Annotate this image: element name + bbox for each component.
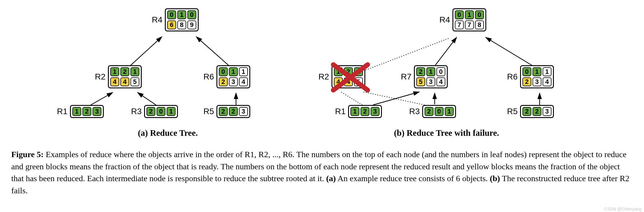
svg-line-0 bbox=[127, 37, 162, 68]
node-label: R6 bbox=[507, 72, 518, 82]
cell-row: 210 bbox=[416, 67, 445, 76]
cell: 2 bbox=[229, 107, 238, 116]
cell: 1 bbox=[445, 107, 454, 116]
cell: 1 bbox=[130, 67, 139, 76]
tree-b: R4 010778 R2 121445 R7 210534 R6 bbox=[304, 4, 589, 123]
node-label: R3 bbox=[409, 107, 420, 116]
cell: 0 bbox=[167, 10, 176, 19]
cell: 2 bbox=[146, 107, 155, 116]
node-R7: R7 210534 bbox=[401, 65, 448, 88]
subcaption-a: (a) Reduce Tree. bbox=[138, 128, 198, 138]
cell-row: 201 bbox=[146, 107, 176, 116]
cell: 2 bbox=[361, 107, 369, 116]
node-R6: R6 011234 bbox=[203, 65, 250, 88]
node-label: R1 bbox=[335, 107, 346, 116]
cell-row: 534 bbox=[416, 77, 445, 86]
svg-line-2 bbox=[91, 93, 113, 105]
svg-line-1 bbox=[196, 37, 232, 68]
cell-row: 445 bbox=[110, 77, 139, 86]
cell-row: 121 bbox=[334, 67, 363, 76]
cell: 1 bbox=[465, 10, 474, 19]
caption-lead: Figure 5: bbox=[11, 150, 44, 159]
node-box: 123 bbox=[348, 105, 382, 118]
cell: 0 bbox=[435, 107, 444, 116]
node-R2: R2 121445 bbox=[318, 65, 365, 88]
cell: 0 bbox=[157, 107, 165, 116]
node-label: R7 bbox=[401, 72, 412, 82]
figure-a: R4 010689 R2 121445 R6 011234 R1 123 R3 bbox=[55, 4, 280, 138]
node-R5: R5 223 bbox=[203, 105, 250, 118]
node-label: R4 bbox=[152, 15, 162, 25]
node-box: 121445 bbox=[108, 65, 142, 88]
cell: 1 bbox=[177, 10, 186, 19]
cell-row: 689 bbox=[167, 20, 196, 29]
svg-line-3 bbox=[138, 93, 156, 105]
cell: 3 bbox=[239, 107, 248, 116]
node-R2: R2 121445 bbox=[95, 65, 142, 88]
cell: 5 bbox=[130, 77, 139, 86]
cell: 1 bbox=[334, 67, 343, 76]
node-R3: R3 201 bbox=[131, 105, 178, 118]
cell: 1 bbox=[239, 67, 248, 76]
cell: 1 bbox=[72, 107, 81, 116]
cell: 4 bbox=[344, 77, 353, 86]
cell: 2 bbox=[533, 107, 541, 116]
cell-row: 201 bbox=[425, 107, 454, 116]
cell-row: 445 bbox=[334, 77, 363, 86]
watermark: CSDN @Chemyang bbox=[605, 207, 642, 211]
cell: 0 bbox=[522, 67, 531, 76]
cell-row: 011 bbox=[219, 67, 248, 76]
node-R6: R6 011234 bbox=[507, 65, 554, 88]
cell: 8 bbox=[475, 20, 484, 29]
node-box: 201 bbox=[422, 105, 456, 118]
node-R4: R4 010689 bbox=[152, 8, 199, 31]
cell-row: 123 bbox=[72, 107, 101, 116]
figure-b: R4 010778 R2 121445 R7 210534 R6 bbox=[304, 4, 589, 138]
cell: 0 bbox=[219, 67, 228, 76]
cell: 0 bbox=[455, 10, 464, 19]
cell: 2 bbox=[522, 77, 531, 86]
node-label: R3 bbox=[131, 107, 142, 116]
cell: 8 bbox=[177, 20, 186, 29]
cell: 2 bbox=[82, 107, 91, 116]
node-box: 210534 bbox=[414, 65, 448, 88]
caption-a-body: An example reduce tree consists of 6 obj… bbox=[336, 174, 490, 183]
node-R3: R3 201 bbox=[409, 105, 456, 118]
cell: 0 bbox=[436, 67, 445, 76]
cell: 3 bbox=[93, 107, 101, 116]
node-label: R2 bbox=[95, 72, 106, 82]
cell: 6 bbox=[167, 20, 176, 29]
cell: 4 bbox=[120, 77, 129, 86]
cell: 5 bbox=[416, 77, 425, 86]
subcaption-b: (b) Reduce Tree with failure. bbox=[394, 128, 499, 138]
cell: 9 bbox=[187, 20, 196, 29]
node-box: 010778 bbox=[452, 8, 486, 31]
caption-b-lead: (b) bbox=[490, 174, 500, 183]
cell-row: 234 bbox=[219, 77, 248, 86]
cell: 3 bbox=[426, 77, 435, 86]
node-R5: R5 223 bbox=[507, 105, 554, 118]
cell: 1 bbox=[229, 67, 238, 76]
cell: 5 bbox=[354, 77, 363, 86]
cell: 2 bbox=[522, 107, 531, 116]
cell: 4 bbox=[543, 77, 551, 86]
cell-row: 223 bbox=[522, 107, 551, 116]
cell-row: 123 bbox=[350, 107, 380, 116]
cell: 1 bbox=[110, 67, 119, 76]
figure-caption: Figure 5: Examples of reduce where the o… bbox=[11, 149, 633, 197]
node-box: 011234 bbox=[520, 65, 554, 88]
node-box: 121445 bbox=[331, 65, 365, 88]
cell-row: 223 bbox=[219, 107, 248, 116]
cell: 2 bbox=[120, 67, 129, 76]
cell: 3 bbox=[371, 107, 380, 116]
cell: 2 bbox=[416, 67, 425, 76]
cell: 1 bbox=[350, 107, 359, 116]
svg-line-9 bbox=[486, 37, 537, 68]
node-R1: R1 123 bbox=[57, 105, 104, 118]
cell: 1 bbox=[167, 107, 176, 116]
cell: 1 bbox=[426, 67, 435, 76]
figures-row: R4 010689 R2 121445 R6 011234 R1 123 R3 bbox=[11, 4, 633, 138]
cell-row: 778 bbox=[455, 20, 484, 29]
node-label: R5 bbox=[203, 107, 214, 116]
node-box: 123 bbox=[70, 105, 104, 118]
